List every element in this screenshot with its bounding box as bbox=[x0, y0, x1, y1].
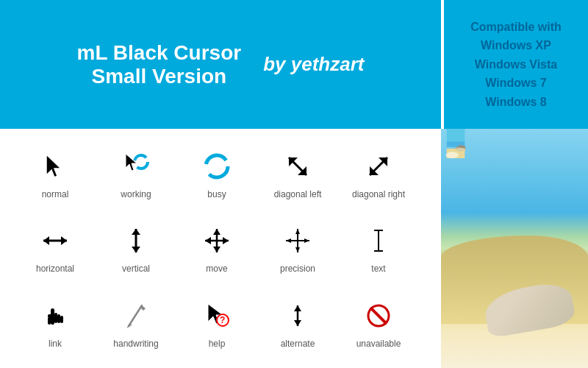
compat-xp: Windows XP bbox=[470, 36, 562, 55]
cursor-row-3: link handwriting bbox=[15, 297, 426, 349]
cursor-item-working: working bbox=[96, 148, 176, 199]
svg-marker-15 bbox=[132, 247, 140, 252]
move-icon bbox=[198, 222, 235, 259]
cursor-grid: normal working busy bbox=[0, 129, 441, 368]
handwriting-label: handwriting bbox=[113, 339, 158, 349]
cursor-row-1: normal working busy bbox=[15, 148, 426, 199]
text-icon bbox=[360, 222, 397, 259]
working-icon bbox=[118, 148, 154, 185]
normal-icon bbox=[37, 148, 74, 185]
cursor-item-link: link bbox=[15, 297, 96, 349]
diagonal-right-label: diagonal right bbox=[352, 189, 405, 199]
svg-point-58 bbox=[456, 148, 464, 152]
title-line2: Small Version bbox=[77, 65, 242, 88]
help-label: help bbox=[209, 339, 226, 349]
compat-info: Compatible with Windows XP Windows Vista… bbox=[470, 18, 562, 112]
compat-8: Windows 8 bbox=[470, 93, 562, 112]
precision-label: precision bbox=[280, 263, 315, 274]
cursor-item-unavailable: unavailable bbox=[338, 297, 419, 349]
diagonal-left-label: diagonal left bbox=[274, 189, 322, 199]
svg-rect-34 bbox=[60, 316, 63, 323]
cursor-item-horizontal: horizontal bbox=[15, 222, 96, 274]
vertical-label: vertical bbox=[122, 263, 150, 274]
svg-point-38 bbox=[49, 314, 57, 320]
svg-text:?: ? bbox=[220, 315, 225, 325]
working-label: working bbox=[121, 189, 151, 199]
handwriting-icon bbox=[118, 297, 154, 334]
cursor-item-move: move bbox=[176, 222, 257, 274]
normal-label: normal bbox=[42, 189, 69, 199]
svg-marker-1 bbox=[126, 154, 137, 171]
header-left: mL Black Cursor Small Version by yethzar… bbox=[0, 0, 441, 129]
cursor-item-precision: precision bbox=[257, 222, 338, 274]
compat-vista: Windows Vista bbox=[470, 55, 562, 74]
unavailable-label: unavailable bbox=[356, 339, 401, 349]
cursor-row-2: horizontal vertical bbox=[15, 222, 426, 274]
svg-marker-25 bbox=[295, 247, 300, 252]
svg-marker-21 bbox=[223, 237, 229, 244]
unavailable-icon bbox=[360, 297, 397, 334]
svg-marker-11 bbox=[43, 236, 49, 245]
svg-line-39 bbox=[129, 305, 142, 326]
app-title: mL Black Cursor Small Version bbox=[77, 41, 242, 88]
cursor-item-diagonal-left: diagonal left bbox=[257, 148, 338, 199]
text-label: text bbox=[371, 263, 385, 274]
svg-marker-20 bbox=[205, 237, 211, 244]
author-label: by yethzart bbox=[263, 53, 364, 76]
svg-point-57 bbox=[445, 152, 458, 158]
svg-rect-33 bbox=[57, 314, 60, 323]
header-right: Compatible with Windows XP Windows Vista… bbox=[441, 0, 588, 129]
svg-marker-47 bbox=[294, 320, 301, 326]
horizontal-label: horizontal bbox=[36, 263, 74, 274]
svg-marker-18 bbox=[213, 229, 220, 235]
beach-image bbox=[441, 129, 588, 368]
diagonal-right-icon bbox=[360, 148, 397, 185]
busy-label: busy bbox=[207, 189, 226, 199]
cursor-item-text: text bbox=[338, 222, 419, 274]
busy-icon bbox=[198, 148, 235, 185]
svg-marker-12 bbox=[61, 236, 67, 245]
horizontal-icon bbox=[37, 222, 74, 259]
svg-point-2 bbox=[135, 155, 148, 169]
cursor-item-normal: normal bbox=[15, 148, 96, 199]
svg-marker-19 bbox=[213, 247, 220, 252]
compat-7: Windows 7 bbox=[470, 74, 562, 93]
svg-marker-26 bbox=[286, 238, 291, 243]
svg-marker-27 bbox=[304, 238, 309, 243]
svg-marker-46 bbox=[294, 305, 301, 311]
svg-marker-14 bbox=[132, 229, 140, 235]
cursor-item-handwriting: handwriting bbox=[96, 297, 176, 349]
diagonal-left-icon bbox=[279, 148, 316, 185]
svg-point-3 bbox=[206, 155, 228, 177]
move-label: move bbox=[206, 263, 227, 274]
vertical-icon bbox=[118, 222, 154, 259]
alternate-label: alternate bbox=[281, 339, 315, 349]
cursor-item-busy: busy bbox=[176, 148, 257, 199]
cursor-item-alternate: alternate bbox=[257, 297, 338, 349]
link-icon bbox=[37, 297, 74, 334]
precision-icon bbox=[279, 222, 316, 259]
header: mL Black Cursor Small Version by yethzar… bbox=[0, 0, 588, 129]
compat-title: Compatible with bbox=[470, 18, 562, 37]
cursor-item-vertical: vertical bbox=[96, 222, 176, 274]
title-line1: mL Black Cursor bbox=[77, 41, 242, 65]
content-area: normal working busy bbox=[0, 129, 588, 368]
help-icon: ? bbox=[198, 297, 235, 334]
svg-marker-24 bbox=[295, 229, 300, 234]
svg-marker-0 bbox=[46, 155, 61, 177]
cursor-item-help: ? help bbox=[176, 297, 257, 349]
svg-rect-50 bbox=[447, 129, 465, 141]
alternate-icon bbox=[279, 297, 316, 334]
link-label: link bbox=[49, 339, 62, 349]
cursor-item-diagonal-right: diagonal right bbox=[338, 148, 419, 199]
